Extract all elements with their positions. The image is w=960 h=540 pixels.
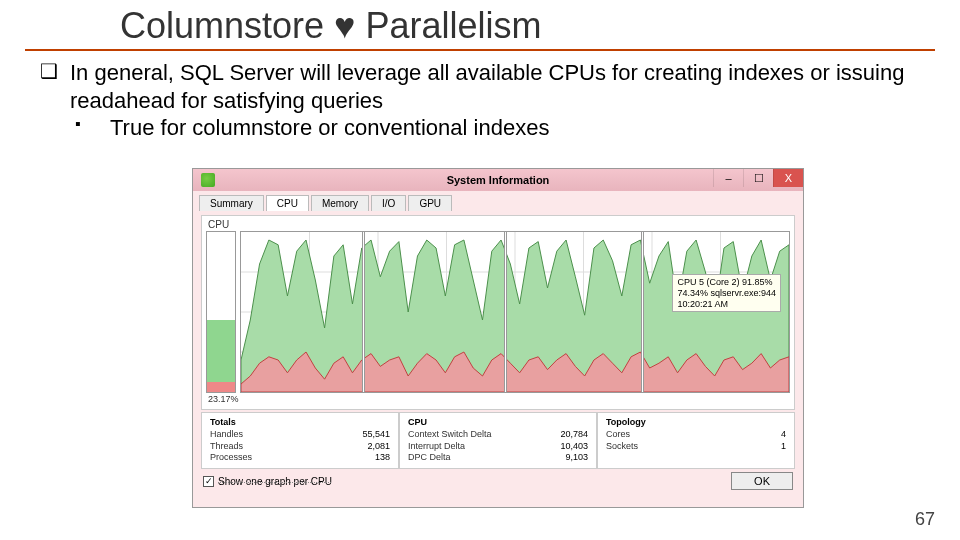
one-graph-per-cpu-checkbox[interactable]: ✓ Show one graph per CPU [203,476,332,487]
stats-totals-title: Totals [210,417,390,427]
cpu-percent-label: 23.17% [206,393,790,405]
bullet-level2: ▪ True for columnstore or conventional i… [40,114,935,142]
title-text-pre: Columnstore [120,5,334,46]
title-underline [25,49,935,51]
stats-cpu: CPU Context Switch Delta20,784 Interrupt… [399,412,597,469]
tab-cpu[interactable]: CPU [266,195,309,211]
tab-summary[interactable]: Summary [199,195,264,211]
bottom-row: ✓ Show one graph per CPU OK [203,472,793,490]
stats-totals: Totals Handles55,541 Threads2,081 Proces… [201,412,399,469]
bullet-marker-square: ❑ [40,59,70,114]
stats-topology-title: Topology [606,417,786,427]
stats-cpu-title: CPU [408,417,588,427]
ok-button[interactable]: OK [731,472,793,490]
slide-number: 67 [915,509,935,530]
bullet-level1: ❑ In general, SQL Server will leverage a… [40,59,935,114]
cpu-history-chart[interactable]: CPU 5 (Core 2) 91.85% 74.34% sqlservr.ex… [240,231,790,393]
tooltip-line1: CPU 5 (Core 2) 91.85% [677,277,776,288]
stats-row: Totals Handles55,541 Threads2,081 Proces… [201,412,795,469]
title-text-post: Parallelism [355,5,541,46]
tooltip-line2: 74.34% sqlservr.exe:944 [677,288,776,299]
bullet2-text: True for columnstore or conventional ind… [110,114,935,142]
window-buttons: – ☐ X [713,169,803,187]
close-button[interactable]: X [773,169,803,187]
stats-topology: Topology Cores4 Sockets1 [597,412,795,469]
cpu-core-separator [362,232,365,392]
tab-io[interactable]: I/O [371,195,406,211]
tab-strip: Summary CPU Memory I/O GPU [193,191,803,211]
window-title: System Information [193,174,803,186]
bullet-marker-square-small: ▪ [75,114,110,142]
cpu-bar-red [207,382,235,392]
cpu-tooltip: CPU 5 (Core 2) 91.85% 74.34% sqlservr.ex… [672,274,781,312]
bullet-list: ❑ In general, SQL Server will leverage a… [0,59,960,142]
titlebar[interactable]: System Information – ☐ X [193,169,803,191]
slide-title: Columnstore ♥ Parallelism [0,0,960,49]
cpu-core-separator [641,232,644,392]
minimize-button[interactable]: – [713,169,743,187]
bullet1-text: In general, SQL Server will leverage all… [70,59,935,114]
group-label-cpu: CPU [206,218,790,231]
chart-row: CPU 5 (Core 2) 91.85% 74.34% sqlservr.ex… [206,231,790,393]
cpu-core-separator [504,232,507,392]
checkbox-label: Show one graph per CPU [218,476,332,487]
cpu-bar-green [207,320,235,392]
system-information-window: System Information – ☐ X Summary CPU Mem… [192,168,804,508]
tab-gpu[interactable]: GPU [408,195,452,211]
maximize-button[interactable]: ☐ [743,169,773,187]
cpu-chart-group: CPU CPU 5 (Core 2) 91.85% [201,215,795,410]
cpu-summary-bar [206,231,236,393]
checkbox-box-icon: ✓ [203,476,214,487]
heart-icon: ♥ [334,5,355,46]
tooltip-line3: 10:20:21 AM [677,299,776,310]
tab-memory[interactable]: Memory [311,195,369,211]
